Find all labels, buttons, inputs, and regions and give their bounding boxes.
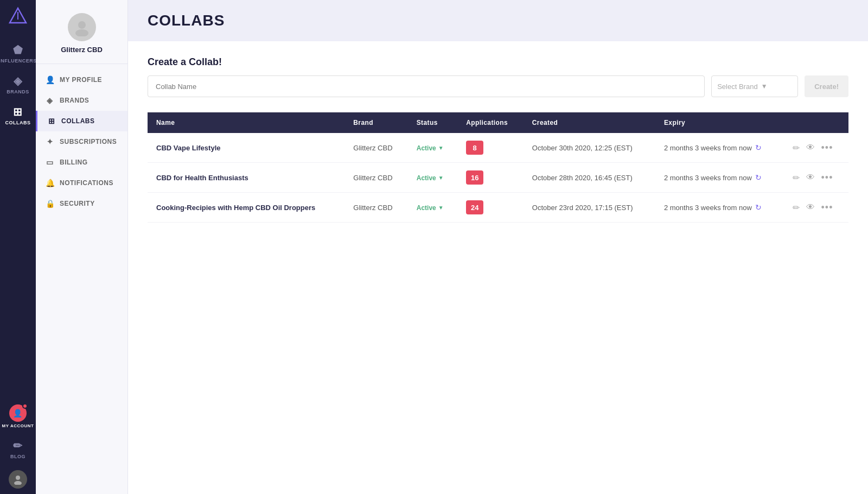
cell-status-0: Active ▼ xyxy=(408,133,458,163)
cell-brand-2: Glitterz CBD xyxy=(344,193,407,223)
svg-point-5 xyxy=(75,29,88,36)
icon-nav: ⬟ INFLUENCERS ◈ BRANDS ⊞ COLLABS 👤 MY AC… xyxy=(0,0,36,494)
view-icon-1[interactable]: 👁 xyxy=(806,173,815,182)
cell-created-0: October 30th 2020, 12:25 (EST) xyxy=(524,133,655,163)
brands-side-icon: ◈ xyxy=(46,96,54,105)
profile-icon: 👤 xyxy=(46,75,54,84)
nav-influencers[interactable]: ⬟ INFLUENCERS xyxy=(0,38,36,69)
sidebar-item-subscriptions[interactable]: ✦ SUBSCRIPTIONS xyxy=(36,131,127,152)
my-account-avatar: 👤 xyxy=(9,404,27,422)
status-dropdown-2[interactable]: Active ▼ xyxy=(417,204,444,212)
blog-icon: ✏ xyxy=(13,439,23,452)
more-icon-0[interactable]: ••• xyxy=(821,142,833,154)
sidebar-item-brands[interactable]: ◈ BRANDS xyxy=(36,90,127,111)
more-icon-1[interactable]: ••• xyxy=(821,172,833,183)
page-title: COLLABS xyxy=(148,12,848,29)
status-arrow-icon-1: ▼ xyxy=(438,175,444,181)
cell-name-1: CBD for Health Enthusiasts xyxy=(148,163,344,193)
cell-name-0: CBD Vape Lifestyle xyxy=(148,133,344,163)
status-dropdown-0[interactable]: Active ▼ xyxy=(417,144,444,152)
cell-actions-0: ✏ 👁 ••• xyxy=(784,133,848,163)
cell-expiry-1: 2 months 3 weeks from now ↻ xyxy=(655,163,784,193)
create-button[interactable]: Create! xyxy=(805,75,848,97)
cell-status-2: Active ▼ xyxy=(408,193,458,223)
cell-actions-1: ✏ 👁 ••• xyxy=(784,163,848,193)
col-applications: Applications xyxy=(457,112,524,133)
col-created: Created xyxy=(524,112,655,133)
status-arrow-icon-0: ▼ xyxy=(438,145,444,151)
collabs-side-icon: ⊞ xyxy=(47,117,56,125)
sidebar-username: Glitterz CBD xyxy=(61,46,103,54)
status-arrow-icon-2: ▼ xyxy=(438,205,444,211)
nav-blog[interactable]: ✏ BLOG xyxy=(0,434,36,465)
create-section: Create a Collab! Select Brand ▼ Create! xyxy=(148,56,848,97)
applications-badge-2: 24 xyxy=(466,200,483,214)
cell-expiry-2: 2 months 3 weeks from now ↻ xyxy=(655,193,784,223)
cell-applications-0: 8 xyxy=(457,133,524,163)
refresh-icon-1: ↻ xyxy=(755,173,762,182)
brand-select-arrow-icon: ▼ xyxy=(761,83,768,90)
collabs-table: Name Brand Status Applications Created E… xyxy=(148,112,848,223)
cell-applications-1: 16 xyxy=(457,163,524,193)
sidebar-item-security[interactable]: 🔒 SECURITY xyxy=(36,193,127,214)
sidebar-profile: Glitterz CBD xyxy=(36,0,127,64)
main-content: COLLABS Create a Collab! Select Brand ▼ … xyxy=(128,0,868,494)
sidebar-avatar xyxy=(68,13,96,41)
col-name: Name xyxy=(148,112,344,133)
refresh-icon-0: ↻ xyxy=(755,143,762,152)
sidebar-item-collabs[interactable]: ⊞ COLLABS xyxy=(36,111,127,131)
sidebar-nav: 👤 MY PROFILE ◈ BRANDS ⊞ COLLABS ✦ SUBSCR… xyxy=(36,64,127,494)
col-actions xyxy=(784,112,848,133)
edit-icon-1[interactable]: ✏ xyxy=(793,173,800,183)
table-row: Cooking-Recipies with Hemp CBD Oil Dropp… xyxy=(148,193,848,223)
sidebar-item-notifications[interactable]: 🔔 NOTIFICATIONS xyxy=(36,173,127,193)
create-form: Select Brand ▼ Create! xyxy=(148,75,848,97)
table-header: Name Brand Status Applications Created E… xyxy=(148,112,848,133)
sidebar-item-my-profile[interactable]: 👤 MY PROFILE xyxy=(36,69,127,90)
svg-point-3 xyxy=(14,481,22,485)
create-section-title: Create a Collab! xyxy=(148,56,848,68)
notification-dot xyxy=(22,403,28,409)
cell-status-1: Active ▼ xyxy=(408,163,458,193)
bottom-avatar[interactable] xyxy=(9,470,27,489)
edit-icon-0[interactable]: ✏ xyxy=(793,143,800,153)
notifications-icon: 🔔 xyxy=(46,179,54,187)
brand-select-label: Select Brand xyxy=(717,83,757,91)
brands-icon: ◈ xyxy=(14,74,22,87)
nav-my-account[interactable]: 👤 MY ACCOUNT xyxy=(0,399,36,434)
page-header: COLLABS xyxy=(128,0,868,41)
col-expiry: Expiry xyxy=(655,112,784,133)
view-icon-2[interactable]: 👁 xyxy=(806,202,815,212)
svg-point-2 xyxy=(16,476,20,480)
subscriptions-icon: ✦ xyxy=(46,137,54,146)
billing-icon: ▭ xyxy=(46,158,54,167)
cell-name-2: Cooking-Recipies with Hemp CBD Oil Dropp… xyxy=(148,193,344,223)
collab-name-input[interactable] xyxy=(148,75,705,97)
cell-applications-2: 24 xyxy=(457,193,524,223)
refresh-icon-2: ↻ xyxy=(755,203,762,212)
status-dropdown-1[interactable]: Active ▼ xyxy=(417,174,444,182)
table-row: CBD for Health Enthusiasts Glitterz CBD … xyxy=(148,163,848,193)
table-body: CBD Vape Lifestyle Glitterz CBD Active ▼… xyxy=(148,133,848,223)
brand-select[interactable]: Select Brand ▼ xyxy=(711,75,798,97)
nav-brands[interactable]: ◈ BRANDS xyxy=(0,69,36,100)
sidebar-item-billing[interactable]: ▭ BILLING xyxy=(36,152,127,173)
logo[interactable] xyxy=(7,5,29,27)
nav-collabs[interactable]: ⊞ COLLABS xyxy=(0,100,36,131)
cell-expiry-0: 2 months 3 weeks from now ↻ xyxy=(655,133,784,163)
table-row: CBD Vape Lifestyle Glitterz CBD Active ▼… xyxy=(148,133,848,163)
collabs-icon: ⊞ xyxy=(13,105,23,118)
cell-actions-2: ✏ 👁 ••• xyxy=(784,193,848,223)
icon-nav-bottom xyxy=(0,470,36,494)
svg-point-4 xyxy=(78,21,86,29)
more-icon-2[interactable]: ••• xyxy=(821,202,833,213)
view-icon-0[interactable]: 👁 xyxy=(806,143,815,153)
cell-created-1: October 28th 2020, 16:45 (EST) xyxy=(524,163,655,193)
cell-created-2: October 23rd 2020, 17:15 (EST) xyxy=(524,193,655,223)
cell-brand-1: Glitterz CBD xyxy=(344,163,407,193)
sidebar: Glitterz CBD 👤 MY PROFILE ◈ BRANDS ⊞ COL… xyxy=(36,0,128,494)
applications-badge-1: 16 xyxy=(466,170,483,185)
influencers-icon: ⬟ xyxy=(13,43,23,56)
edit-icon-2[interactable]: ✏ xyxy=(793,202,800,213)
applications-badge-0: 8 xyxy=(466,141,483,155)
